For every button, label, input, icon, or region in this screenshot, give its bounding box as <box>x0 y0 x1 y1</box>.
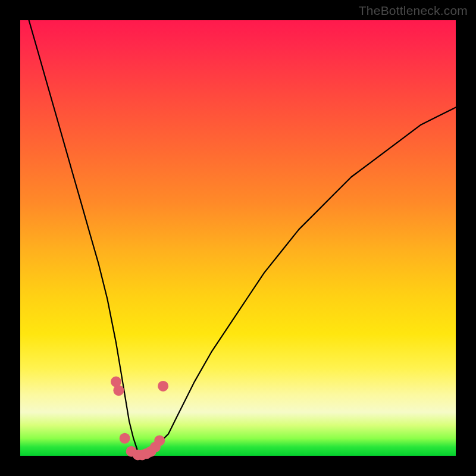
marker-dot <box>154 435 165 446</box>
curve-layer <box>20 20 456 456</box>
marker-dot <box>158 381 168 392</box>
marker-dot <box>113 385 124 396</box>
watermark-text: TheBottleneck.com <box>359 4 468 18</box>
plot-area <box>20 20 456 456</box>
marker-group <box>111 377 168 461</box>
bottleneck-curve <box>29 20 456 456</box>
marker-dot <box>120 433 130 444</box>
chart-root: TheBottleneck.com <box>0 0 476 476</box>
